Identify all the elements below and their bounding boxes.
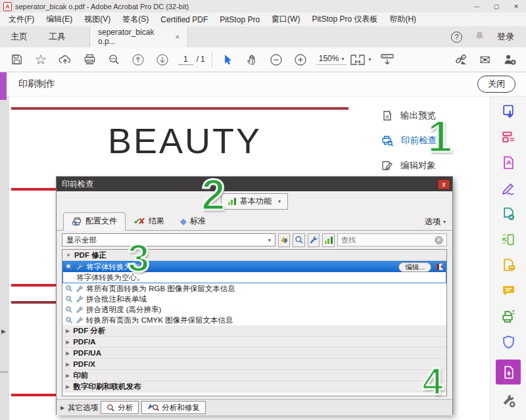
checks-view-button[interactable] [293, 233, 305, 247]
tab-close-icon[interactable]: × [176, 33, 179, 41]
wrench-icon [76, 285, 84, 292]
other-options-toggle[interactable]: ▶ 其它选项 [60, 403, 98, 413]
star-icon[interactable]: ☆ [32, 51, 49, 68]
organize-pages-icon[interactable] [500, 129, 516, 145]
expand-panel-icon[interactable]: ▶ [1, 328, 6, 335]
options-dropdown[interactable]: 选项 ▾ [425, 216, 446, 230]
menu-edit[interactable]: 编辑(E) [40, 14, 78, 25]
magnifier-icon [65, 295, 73, 303]
print-icon[interactable] [81, 51, 98, 68]
hide-toolbar-icon[interactable] [379, 51, 396, 68]
send-link-icon[interactable] [452, 51, 469, 68]
category-digital-print[interactable]: ▶ 数字印刷和联机发布 [62, 381, 446, 392]
page-indicator[interactable]: 1 / 1 [178, 55, 205, 65]
help-icon[interactable]: ? [451, 32, 462, 43]
tab-document-label: seperator_bicak o.p... [98, 28, 170, 46]
fit-width-icon[interactable]: ▾ [349, 51, 371, 68]
search-field[interactable]: ✕ [337, 233, 447, 246]
menu-pitstop-dashboard[interactable]: PitStop Pro 仪表板 [306, 14, 383, 25]
list-item[interactable]: 转换所有页面为 CMYK 图像并保留文本信息 [62, 315, 446, 325]
export-pdf-icon[interactable] [500, 103, 516, 119]
expand-icon[interactable]: ▶ [66, 339, 70, 345]
expand-icon[interactable]: ▶ [66, 350, 70, 356]
add-tools-icon[interactable] [500, 392, 516, 408]
add-person-icon[interactable] [501, 51, 518, 68]
category-pdfx[interactable]: ▶ PDF/X [62, 359, 446, 370]
page-number-input[interactable]: 1 [178, 55, 193, 65]
collapse-icon[interactable]: ▼ [66, 252, 71, 258]
next-page-icon[interactable] [154, 51, 171, 68]
options-label: 选项 [425, 216, 441, 227]
magnifier-icon [107, 404, 115, 412]
menu-certified-pdf[interactable]: Certified PDF [155, 15, 214, 24]
search-tools-icon[interactable] [105, 51, 122, 68]
magnifier-icon [65, 306, 73, 314]
menu-view[interactable]: 视图(V) [78, 14, 116, 25]
menu-pitstop-pro[interactable]: PitStop Pro [214, 15, 266, 24]
select-cursor-icon[interactable] [219, 51, 236, 68]
search-input[interactable] [341, 236, 435, 244]
tab-home[interactable]: 主页 [0, 26, 38, 47]
print-production-active-icon[interactable] [496, 360, 521, 385]
close-window-button[interactable]: ✕ [506, 0, 526, 12]
menu-help[interactable]: 帮助(H) [383, 14, 422, 25]
list-item[interactable]: 将所有页面转换为 RGB 图像并保留文本信息 [62, 283, 446, 294]
menu-file[interactable]: 文件(F) [3, 14, 40, 25]
analyze-and-fix-button[interactable]: 分析和修复 [141, 401, 206, 414]
menu-sign[interactable]: 签名(S) [116, 14, 155, 25]
zoom-level-dropdown[interactable]: 150% ▾ [316, 54, 347, 65]
expand-icon[interactable]: ▶ [66, 328, 70, 334]
expand-icon[interactable]: ▶ [66, 373, 70, 379]
expand-icon[interactable]: ▶ [66, 384, 70, 390]
library-dropdown-button[interactable]: 基本功能 ▾ [221, 193, 288, 210]
profiles-view-button[interactable] [278, 233, 291, 247]
analyze-button[interactable]: 分析 [101, 401, 139, 414]
fixups-view-button[interactable] [308, 233, 320, 247]
tab-profiles[interactable]: 配置文件 [63, 212, 126, 231]
edit-fixup-button[interactable]: 编辑... [398, 262, 431, 272]
menu-window[interactable]: 窗口(W) [266, 14, 306, 25]
tab-tools[interactable]: 工具 [38, 26, 76, 47]
zoom-out-icon[interactable] [268, 51, 285, 68]
clear-search-icon[interactable]: ✕ [435, 236, 443, 245]
share-upload-icon[interactable] [57, 51, 74, 68]
comments-icon[interactable] [500, 283, 516, 298]
minimize-button[interactable]: — [467, 0, 487, 12]
fill-sign-icon[interactable] [500, 180, 516, 196]
category-prepress[interactable]: ▶ 印前 [62, 370, 446, 381]
library-bars-button[interactable] [322, 233, 335, 247]
zoom-in-icon[interactable] [292, 51, 309, 68]
list-item[interactable]: 拼合透明度 (高分辨率) [62, 304, 446, 315]
previous-page-icon[interactable] [130, 51, 147, 68]
crop-pages-icon[interactable] [500, 231, 516, 247]
tab-bar: 主页 工具 seperator_bicak o.p... × ? 登录 [0, 26, 526, 47]
hand-tool-icon[interactable] [243, 51, 260, 68]
tab-results[interactable]: ✔✘ 结果 [126, 213, 172, 230]
send-for-review-icon[interactable] [500, 206, 516, 222]
expand-icon[interactable]: ▶ [66, 362, 70, 367]
category-pdf-analysis[interactable]: ▶ PDF 分析 [62, 325, 446, 337]
features-row: 基本功能 ▾ [57, 191, 452, 211]
save-icon[interactable] [8, 51, 25, 68]
email-icon[interactable]: ✉ [477, 51, 494, 68]
category-pdfua[interactable]: ▶ PDF/UA [62, 348, 446, 359]
edit-pdf-icon[interactable] [500, 154, 516, 170]
protect-icon[interactable] [500, 334, 516, 350]
dialog-title-bar[interactable]: 印前检查 x [57, 177, 452, 191]
dialog-close-button[interactable]: x [438, 179, 450, 189]
list-item-selected[interactable]: 将字体转换为空心 编辑... [63, 262, 446, 272]
show-all-dropdown[interactable]: 显示全部 ▾ [62, 233, 275, 246]
category-label: 数字印刷和联机发布 [73, 382, 141, 392]
bell-icon[interactable] [474, 30, 485, 43]
page-comment-icon[interactable] [500, 257, 516, 273]
list-item[interactable]: 拼合批注和表单域 [62, 294, 446, 304]
maximize-button[interactable]: ▢ [487, 0, 506, 12]
close-panel-button[interactable]: 关闭 [477, 76, 515, 93]
tab-document[interactable]: seperator_bicak o.p... × [89, 26, 188, 47]
signin-button[interactable]: 登录 [497, 31, 514, 43]
category-pdf-fixups[interactable]: ▼ PDF 修正 [62, 250, 446, 261]
page-total: 1 [201, 55, 205, 64]
menu-bar: 文件(F) 编辑(E) 视图(V) 签名(S) Certified PDF Pi… [0, 12, 526, 26]
category-pdfa[interactable]: ▶ PDF/A [62, 337, 446, 348]
scan-ocr-icon[interactable] [500, 308, 516, 324]
